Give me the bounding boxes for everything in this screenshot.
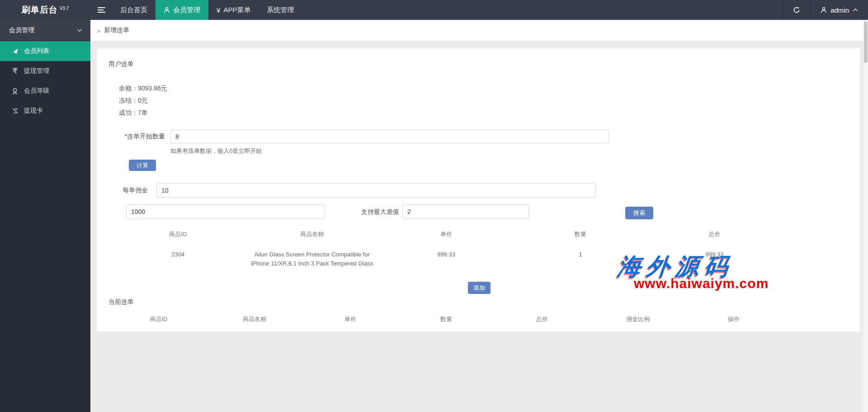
rupee-icon <box>11 68 19 74</box>
sidebar-item-label: 提现卡 <box>24 107 43 115</box>
col-total-price: 总价 <box>647 225 782 244</box>
sidebar-item-label: 提现管理 <box>24 67 49 75</box>
main-area: » 新增连单 用户连单 余额：9093.86元 冻结：0元 成功：7单 *连单开… <box>90 20 868 412</box>
col-unit-price: 单价 <box>302 310 398 329</box>
col-unit-price: 单价 <box>379 225 514 244</box>
scrollbar-thumb[interactable] <box>864 21 868 63</box>
col-quantity: 数量 <box>398 310 494 329</box>
sidebar-item-member-level[interactable]: 会员等级 <box>0 81 90 101</box>
cell-unit-price: 999.33 <box>379 244 514 271</box>
chevron-up-icon <box>853 8 858 12</box>
stat-success: 成功：7单 <box>119 109 167 117</box>
refresh-icon <box>793 6 800 14</box>
start-qty-row: *连单开始数量 <box>97 130 609 143</box>
sidebar-item-label: 会员等级 <box>24 87 49 95</box>
currency-icon <box>11 108 19 114</box>
calculate-button[interactable]: 计算 <box>129 160 156 171</box>
refresh-button[interactable] <box>783 0 810 20</box>
nav-item-home-label: 后台首页 <box>120 6 147 14</box>
navbar-right: admin <box>783 0 868 20</box>
breadcrumb: » 新增连单 <box>90 20 868 41</box>
col-product-id: 商品ID <box>111 310 207 329</box>
form-card: 用户连单 余额：9093.86元 冻结：0元 成功：7单 *连单开始数量 如果有… <box>97 48 860 331</box>
content-area: 用户连单 余额：9093.86元 冻结：0元 成功：7单 *连单开始数量 如果有… <box>90 41 868 412</box>
search-button[interactable]: 搜索 <box>625 207 653 219</box>
cell-product-name: Ailun Glass Screen Protector Compatible … <box>245 244 379 271</box>
chevron-down-icon <box>77 28 82 32</box>
commission-label: 每单佣金 <box>97 186 148 194</box>
price-input[interactable] <box>126 204 325 219</box>
sidebar-item-withdraw-manage[interactable]: 提现管理 <box>0 61 90 81</box>
paper-plane-icon <box>11 48 19 55</box>
nav-item-app-menu[interactable]: ¥ APP菜单 <box>208 0 259 20</box>
user-icon <box>821 7 827 13</box>
commission-input[interactable] <box>156 183 596 198</box>
current-orders-table: 商品ID 商品名称 单价 数量 总价 佣金比例 操作 <box>111 310 782 329</box>
app-version: V3.7 <box>60 6 69 11</box>
col-product-name: 商品名称 <box>245 225 379 244</box>
start-qty-input[interactable] <box>170 130 609 143</box>
top-navbar: 刷单后台 V3.7 后台首页 会员管理 ¥ APP菜单 系统管理 <box>0 0 868 20</box>
app-logo-text: 刷单后台 <box>22 4 58 16</box>
col-actions: 操作 <box>686 310 782 329</box>
app-logo: 刷单后台 V3.7 <box>0 0 90 20</box>
breadcrumb-separator-icon: » <box>97 27 100 34</box>
max-diff-label: 支持最大差值 <box>361 208 402 216</box>
col-product-name: 商品名称 <box>207 310 302 329</box>
start-qty-label: *连单开始数量 <box>97 133 165 141</box>
sidebar-section-members[interactable]: 会员管理 <box>0 20 90 41</box>
page-scrollbar[interactable] <box>863 20 868 412</box>
watermark-url: www.haiwaiym.com <box>634 276 769 291</box>
max-diff-input[interactable] <box>402 204 529 219</box>
product-table-header: 商品ID 商品名称 单价 数量 总价 <box>111 225 782 244</box>
medal-icon <box>11 88 19 95</box>
sidebar-toggle-button[interactable] <box>90 0 112 20</box>
nav-item-home[interactable]: 后台首页 <box>112 0 156 20</box>
user-menu-button[interactable]: admin <box>810 0 868 20</box>
hamburger-icon <box>98 7 105 13</box>
yen-icon: ¥ <box>217 6 220 14</box>
current-orders-header: 商品ID 商品名称 单价 数量 总价 佣金比例 操作 <box>111 310 782 329</box>
commission-row: 每单佣金 <box>97 183 596 198</box>
top-menu: 后台首页 会员管理 ¥ APP菜单 系统管理 <box>112 0 302 20</box>
stat-balance: 余额：9093.86元 <box>119 85 167 93</box>
sidebar-item-label: 会员列表 <box>24 47 49 55</box>
sidebar-item-withdraw-card[interactable]: 提现卡 <box>0 101 90 121</box>
nav-item-app-menu-label: APP菜单 <box>223 6 250 14</box>
nav-item-members[interactable]: 会员管理 <box>156 0 208 20</box>
current-orders-title: 当前连单 <box>108 298 134 306</box>
main-layout: 会员管理 会员列表 提现管理 会员等级 提 <box>0 20 868 412</box>
sidebar: 会员管理 会员列表 提现管理 会员等级 提 <box>0 20 90 412</box>
add-button[interactable]: 添加 <box>468 282 491 294</box>
stat-frozen: 冻结：0元 <box>119 97 167 105</box>
nav-item-members-label: 会员管理 <box>173 6 200 14</box>
nav-item-system[interactable]: 系统管理 <box>259 0 302 20</box>
username-label: admin <box>830 6 849 14</box>
user-stats: 余额：9093.86元 冻结：0元 成功：7单 <box>119 85 167 121</box>
cell-product-id: 2304 <box>111 244 245 271</box>
sidebar-item-member-list[interactable]: 会员列表 <box>0 41 90 61</box>
panel-title: 用户连单 <box>108 60 134 68</box>
col-total-price: 总价 <box>494 310 590 329</box>
col-quantity: 数量 <box>513 225 647 244</box>
nav-item-system-label: 系统管理 <box>267 6 294 14</box>
breadcrumb-label: 新增连单 <box>104 26 129 34</box>
sidebar-section-label: 会员管理 <box>9 26 77 34</box>
start-qty-help: 如果有连单数据，输入0是立即开始 <box>170 147 262 155</box>
col-commission-rate: 佣金比例 <box>590 310 686 329</box>
person-icon <box>164 7 170 13</box>
col-product-id: 商品ID <box>111 225 245 244</box>
